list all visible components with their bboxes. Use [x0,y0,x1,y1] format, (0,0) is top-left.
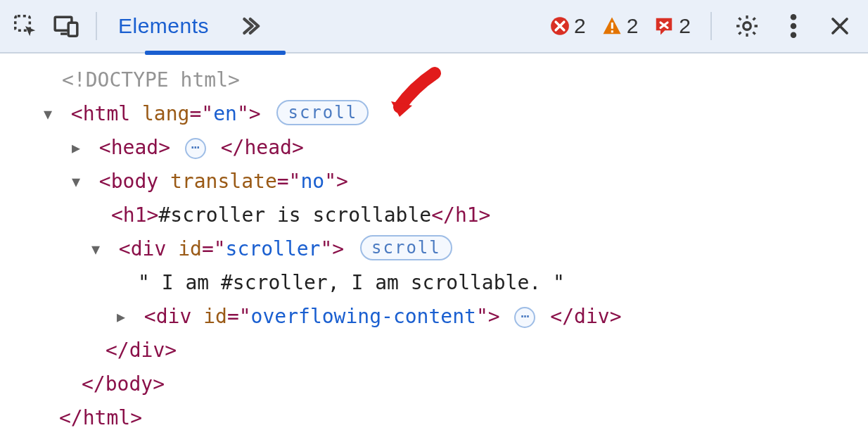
disclosure-triangle-open[interactable]: ▼ [39,97,56,131]
dom-node-html[interactable]: ▼ <html lang="en"> scroll [0,97,868,131]
dom-node-div-overflow[interactable]: ▶ <div id="overflowing-content"> ⋯ </div… [0,300,868,334]
tab-elements[interactable]: Elements [111,14,216,38]
issues-count: 2 [679,14,691,38]
more-tabs-button[interactable] [231,9,265,43]
svg-point-9 [791,32,797,39]
dom-node-head[interactable]: ▶ <head> ⋯ </head> [0,131,868,165]
dom-node-doctype[interactable]: <!DOCTYPE html> [0,63,868,97]
svg-point-6 [743,23,751,30]
svg-rect-5 [611,30,613,32]
ellipsis-badge[interactable]: ⋯ [514,307,535,328]
issues-indicator[interactable]: 2 [653,14,691,38]
disclosure-triangle-closed[interactable]: ▶ [68,131,84,165]
toolbar-divider [96,12,97,40]
dom-close-html[interactable]: </html> [0,401,868,435]
dom-node-div-scroller[interactable]: ▼ <div id="scroller"> scroll [0,232,868,266]
ellipsis-badge[interactable]: ⋯ [185,138,206,159]
close-icon [829,15,850,37]
scroll-badge[interactable]: scroll [360,235,452,260]
inspect-icon[interactable] [10,11,41,42]
svg-point-8 [791,23,797,30]
scroll-badge[interactable]: scroll [276,100,369,125]
doctype-text: <!DOCTYPE html> [62,68,240,92]
disclosure-triangle-open[interactable]: ▼ [68,165,84,198]
error-icon [550,16,570,36]
settings-button[interactable] [732,11,762,42]
dom-node-body[interactable]: ▼ <body translate="no"> [0,165,868,198]
gear-icon [734,13,760,39]
dom-text-node-scroller[interactable]: " I am #scroller, I am scrollable. " [0,266,868,300]
elements-tree[interactable]: <!DOCTYPE html> ▼ <html lang="en"> scrol… [0,53,868,435]
svg-rect-2 [68,23,77,36]
more-menu-button[interactable] [778,11,809,42]
toolbar-right-group: 2 2 2 [550,11,855,42]
disclosure-triangle-open[interactable]: ▼ [87,232,104,266]
device-toggle-icon[interactable] [51,11,82,42]
dom-close-div-scroller[interactable]: </div> [0,334,868,367]
svg-point-7 [791,14,797,20]
warnings-count: 2 [627,14,639,38]
errors-count: 2 [574,14,586,38]
toolbar-left-group: Elements [10,9,265,43]
devtools-toolbar: Elements 2 2 [0,0,868,53]
tab-elements-label: Elements [118,14,209,38]
dom-node-h1[interactable]: <h1>#scroller is scrollable</h1> [0,198,868,232]
warnings-indicator[interactable]: 2 [601,14,639,38]
errors-indicator[interactable]: 2 [550,14,586,38]
disclosure-triangle-closed[interactable]: ▶ [113,300,129,334]
kebab-icon [790,14,797,38]
svg-rect-4 [611,23,613,29]
issue-icon [653,15,675,37]
toolbar-divider [710,12,712,40]
warning-icon [601,15,623,37]
tab-elements-underline [145,51,286,55]
dom-close-body[interactable]: </body> [0,367,868,401]
close-devtools-button[interactable] [824,11,855,42]
